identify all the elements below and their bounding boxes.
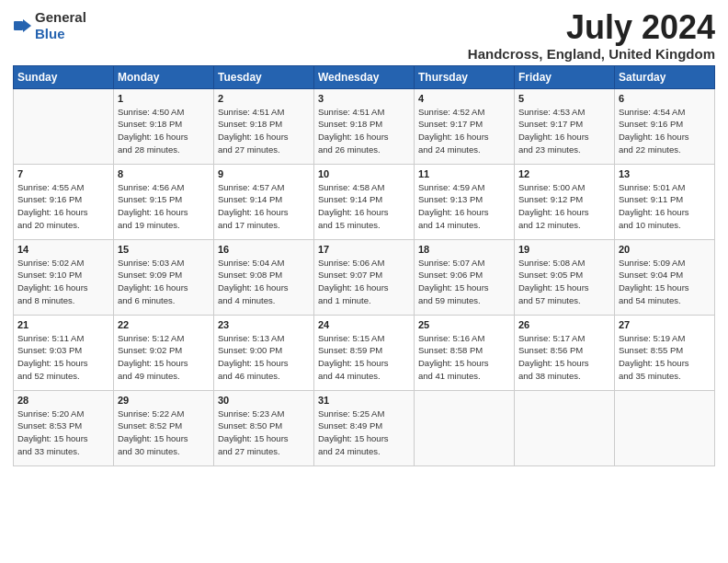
day-info: Sunrise: 4:55 AM Sunset: 9:16 PM Dayligh…	[17, 181, 109, 232]
week-row-5: 28Sunrise: 5:20 AM Sunset: 8:53 PM Dayli…	[14, 390, 715, 465]
header: General Blue July 2024 Handcross, Englan…	[13, 9, 715, 62]
day-cell	[14, 88, 114, 164]
day-info: Sunrise: 5:16 AM Sunset: 8:58 PM Dayligh…	[418, 332, 510, 383]
day-number: 17	[318, 244, 410, 255]
day-info: Sunrise: 5:20 AM Sunset: 8:53 PM Dayligh…	[17, 408, 109, 458]
day-cell: 8Sunrise: 4:56 AM Sunset: 9:15 PM Daylig…	[114, 164, 214, 239]
location-title: Handcross, England, United Kingdom	[468, 46, 715, 62]
col-header-wednesday: Wednesday	[314, 65, 415, 88]
day-number: 29	[118, 395, 210, 406]
logo-general: General	[35, 9, 86, 25]
svg-marker-1	[23, 19, 31, 32]
day-cell: 24Sunrise: 5:15 AM Sunset: 8:59 PM Dayli…	[314, 315, 415, 390]
day-cell	[615, 390, 715, 465]
day-number: 23	[218, 319, 310, 330]
day-number: 2	[218, 93, 310, 104]
day-cell: 10Sunrise: 4:58 AM Sunset: 9:14 PM Dayli…	[314, 164, 415, 239]
page-container: General Blue July 2024 Handcross, Englan…	[0, 0, 728, 476]
day-info: Sunrise: 5:12 AM Sunset: 9:02 PM Dayligh…	[118, 332, 210, 383]
day-info: Sunrise: 4:52 AM Sunset: 9:17 PM Dayligh…	[418, 106, 510, 156]
logo-blue: Blue	[35, 26, 65, 41]
day-cell	[415, 390, 515, 465]
week-row-4: 21Sunrise: 5:11 AM Sunset: 9:03 PM Dayli…	[14, 315, 715, 390]
day-info: Sunrise: 5:00 AM Sunset: 9:12 PM Dayligh…	[518, 181, 610, 232]
day-info: Sunrise: 5:11 AM Sunset: 9:03 PM Dayligh…	[17, 332, 109, 383]
day-number: 24	[318, 319, 410, 330]
day-cell: 14Sunrise: 5:02 AM Sunset: 9:10 PM Dayli…	[14, 239, 114, 315]
day-cell: 27Sunrise: 5:19 AM Sunset: 8:55 PM Dayli…	[615, 315, 715, 390]
day-cell: 25Sunrise: 5:16 AM Sunset: 8:58 PM Dayli…	[415, 315, 515, 390]
day-number: 8	[118, 168, 210, 179]
day-cell: 28Sunrise: 5:20 AM Sunset: 8:53 PM Dayli…	[14, 390, 114, 465]
day-info: Sunrise: 5:03 AM Sunset: 9:09 PM Dayligh…	[118, 257, 210, 307]
day-number: 3	[318, 93, 410, 104]
day-number: 6	[619, 93, 711, 104]
day-cell: 26Sunrise: 5:17 AM Sunset: 8:56 PM Dayli…	[515, 315, 615, 390]
day-info: Sunrise: 5:13 AM Sunset: 9:00 PM Dayligh…	[218, 332, 310, 383]
day-info: Sunrise: 5:06 AM Sunset: 9:07 PM Dayligh…	[318, 257, 410, 307]
day-info: Sunrise: 5:19 AM Sunset: 8:55 PM Dayligh…	[619, 332, 711, 383]
day-number: 10	[318, 168, 410, 179]
day-info: Sunrise: 4:58 AM Sunset: 9:14 PM Dayligh…	[318, 181, 410, 232]
day-cell: 5Sunrise: 4:53 AM Sunset: 9:17 PM Daylig…	[515, 88, 615, 164]
day-cell: 19Sunrise: 5:08 AM Sunset: 9:05 PM Dayli…	[515, 239, 615, 315]
day-cell: 22Sunrise: 5:12 AM Sunset: 9:02 PM Dayli…	[114, 315, 214, 390]
day-info: Sunrise: 4:51 AM Sunset: 9:18 PM Dayligh…	[218, 106, 310, 156]
calendar-table: SundayMondayTuesdayWednesdayThursdayFrid…	[13, 65, 715, 466]
day-cell: 4Sunrise: 4:52 AM Sunset: 9:17 PM Daylig…	[415, 88, 515, 164]
col-header-friday: Friday	[515, 65, 615, 88]
day-number: 31	[318, 395, 410, 406]
day-info: Sunrise: 5:09 AM Sunset: 9:04 PM Dayligh…	[619, 257, 711, 307]
day-info: Sunrise: 5:17 AM Sunset: 8:56 PM Dayligh…	[518, 332, 610, 383]
day-number: 19	[518, 244, 610, 255]
day-info: Sunrise: 4:51 AM Sunset: 9:18 PM Dayligh…	[318, 106, 410, 156]
day-cell: 17Sunrise: 5:06 AM Sunset: 9:07 PM Dayli…	[314, 239, 415, 315]
day-number: 18	[418, 244, 510, 255]
day-cell: 2Sunrise: 4:51 AM Sunset: 9:18 PM Daylig…	[214, 88, 314, 164]
day-cell: 21Sunrise: 5:11 AM Sunset: 9:03 PM Dayli…	[14, 315, 114, 390]
col-header-sunday: Sunday	[14, 65, 114, 88]
day-info: Sunrise: 4:57 AM Sunset: 9:14 PM Dayligh…	[218, 181, 310, 232]
col-header-monday: Monday	[114, 65, 214, 88]
day-cell: 13Sunrise: 5:01 AM Sunset: 9:11 PM Dayli…	[615, 164, 715, 239]
day-info: Sunrise: 5:25 AM Sunset: 8:49 PM Dayligh…	[318, 408, 410, 458]
day-info: Sunrise: 5:22 AM Sunset: 8:52 PM Dayligh…	[118, 408, 210, 458]
day-info: Sunrise: 5:02 AM Sunset: 9:10 PM Dayligh…	[17, 257, 109, 307]
day-cell: 16Sunrise: 5:04 AM Sunset: 9:08 PM Dayli…	[214, 239, 314, 315]
day-number: 27	[619, 319, 711, 330]
day-info: Sunrise: 5:04 AM Sunset: 9:08 PM Dayligh…	[218, 257, 310, 307]
week-row-1: 1Sunrise: 4:50 AM Sunset: 9:18 PM Daylig…	[14, 88, 715, 164]
day-number: 15	[118, 244, 210, 255]
day-cell: 12Sunrise: 5:00 AM Sunset: 9:12 PM Dayli…	[515, 164, 615, 239]
day-number: 28	[17, 395, 109, 406]
day-number: 12	[518, 168, 610, 179]
day-cell: 20Sunrise: 5:09 AM Sunset: 9:04 PM Dayli…	[615, 239, 715, 315]
day-number: 16	[218, 244, 310, 255]
svg-rect-0	[14, 21, 23, 30]
day-cell: 29Sunrise: 5:22 AM Sunset: 8:52 PM Dayli…	[114, 390, 214, 465]
logo-icon	[13, 16, 33, 36]
day-cell: 31Sunrise: 5:25 AM Sunset: 8:49 PM Dayli…	[314, 390, 415, 465]
day-number: 7	[17, 168, 109, 179]
day-cell: 15Sunrise: 5:03 AM Sunset: 9:09 PM Dayli…	[114, 239, 214, 315]
day-info: Sunrise: 4:59 AM Sunset: 9:13 PM Dayligh…	[418, 181, 510, 232]
day-info: Sunrise: 4:54 AM Sunset: 9:16 PM Dayligh…	[619, 106, 711, 156]
week-row-3: 14Sunrise: 5:02 AM Sunset: 9:10 PM Dayli…	[14, 239, 715, 315]
day-cell: 30Sunrise: 5:23 AM Sunset: 8:50 PM Dayli…	[214, 390, 314, 465]
day-info: Sunrise: 5:07 AM Sunset: 9:06 PM Dayligh…	[418, 257, 510, 307]
day-info: Sunrise: 5:23 AM Sunset: 8:50 PM Dayligh…	[218, 408, 310, 458]
day-number: 25	[418, 319, 510, 330]
day-number: 20	[619, 244, 711, 255]
month-title: July 2024	[468, 9, 715, 46]
day-cell: 9Sunrise: 4:57 AM Sunset: 9:14 PM Daylig…	[214, 164, 314, 239]
calendar-header: SundayMondayTuesdayWednesdayThursdayFrid…	[14, 65, 715, 88]
day-cell: 23Sunrise: 5:13 AM Sunset: 9:00 PM Dayli…	[214, 315, 314, 390]
day-cell: 7Sunrise: 4:55 AM Sunset: 9:16 PM Daylig…	[14, 164, 114, 239]
day-number: 21	[17, 319, 109, 330]
logo: General Blue	[13, 9, 86, 42]
week-row-2: 7Sunrise: 4:55 AM Sunset: 9:16 PM Daylig…	[14, 164, 715, 239]
day-number: 26	[518, 319, 610, 330]
calendar-body: 1Sunrise: 4:50 AM Sunset: 9:18 PM Daylig…	[14, 88, 715, 465]
col-header-tuesday: Tuesday	[214, 65, 314, 88]
day-number: 4	[418, 93, 510, 104]
